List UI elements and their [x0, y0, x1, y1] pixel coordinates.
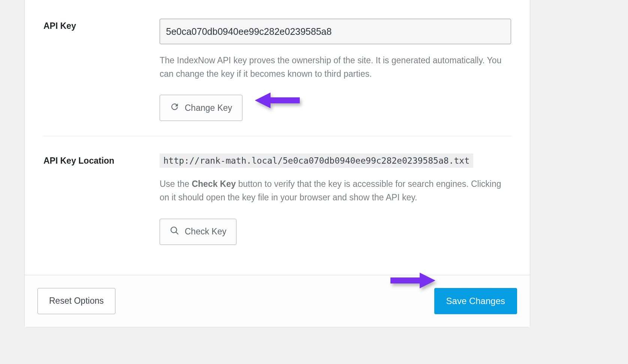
settings-panel: API Key The IndexNow API key proves the …	[24, 0, 530, 327]
search-icon	[170, 226, 179, 238]
api-key-location-help: Use the Check Key button to verify that …	[160, 178, 511, 204]
reset-options-button[interactable]: Reset Options	[37, 288, 115, 314]
panel-footer: Reset Options Save Changes	[25, 275, 530, 327]
row-api-key-location: API Key Location http://rank-math.local/…	[43, 136, 511, 260]
row-api-key: API Key The IndexNow API key proves the …	[43, 11, 511, 136]
help-pre: Use the	[160, 179, 192, 189]
api-key-input[interactable]	[160, 19, 511, 44]
api-key-help: The IndexNow API key proves the ownershi…	[160, 54, 511, 81]
change-key-button[interactable]: Change Key	[160, 95, 242, 121]
check-key-label: Check Key	[185, 227, 226, 237]
api-key-location-url: http://rank-math.local/5e0ca070db0940ee9…	[160, 154, 473, 168]
check-key-button[interactable]: Check Key	[160, 219, 236, 245]
label-api-key: API Key	[43, 19, 160, 31]
settings-body: API Key The IndexNow API key proves the …	[25, 0, 530, 275]
change-key-label: Change Key	[185, 103, 232, 113]
help-bold: Check Key	[192, 179, 236, 189]
label-api-key-location: API Key Location	[43, 154, 160, 166]
field-api-key-location: http://rank-math.local/5e0ca070db0940ee9…	[160, 154, 511, 245]
refresh-icon	[170, 102, 179, 114]
field-api-key: The IndexNow API key proves the ownershi…	[160, 19, 511, 121]
save-changes-button[interactable]: Save Changes	[434, 288, 517, 314]
